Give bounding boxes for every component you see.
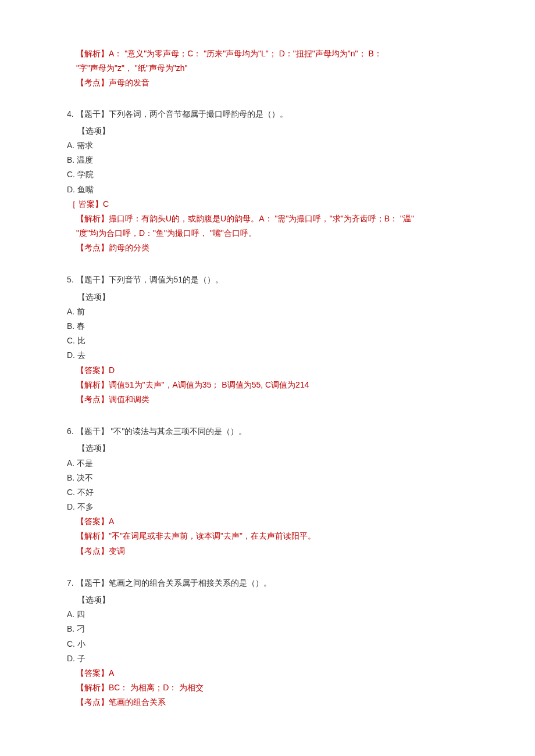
- answer-value: C: [103, 199, 109, 209]
- answer-prefix: 【答案】: [76, 366, 109, 375]
- explain-prefix: 【解析】: [76, 683, 109, 692]
- answer-prefix: 【答案】: [76, 668, 109, 678]
- q7-option-d: D. 子: [67, 651, 468, 666]
- q5-option-a: A. 前: [67, 304, 468, 319]
- kaodian-text: 笔画的组合关系: [109, 697, 166, 707]
- q5-num: 5.: [67, 275, 74, 284]
- answer-value: D: [109, 366, 115, 375]
- q4-answer: ［ 皆案】C: [67, 197, 468, 212]
- q5-option-b: B. 春: [67, 319, 468, 334]
- kaodian-text: 调值和调类: [109, 395, 149, 404]
- kaodian-prefix: 【考点】: [76, 78, 109, 87]
- q6-option-b: B. 决不: [67, 471, 468, 485]
- explain-prefix: 【解析】A：: [76, 49, 124, 58]
- explain-prefix: 【解析】: [76, 531, 109, 540]
- q7-option-b: B. 刁: [67, 622, 468, 636]
- kaodian-text: 变调: [109, 546, 125, 556]
- q7-option-a: A. 四: [67, 607, 468, 622]
- kaodian-prefix: 【考点】: [76, 395, 109, 404]
- q6-answer: 【答案】A: [67, 514, 468, 529]
- q7-explain: 【解析】BC： 为相离；D： 为相交: [67, 680, 468, 695]
- kaodian-prefix: 【考点】: [76, 546, 109, 556]
- q5-kaodian: 【考点】调值和调类: [67, 392, 468, 407]
- q4-explain-line1: 【解析】撮口呼：有韵头U的，或韵腹是U的韵母。A： "需"为撮口呼，''求"为齐…: [67, 212, 468, 226]
- q3-kaodian: 【考点】声母的发音: [67, 76, 468, 90]
- q7-stem-text: 【题干】笔画之间的组合关系属于相接关系的是（）。: [74, 578, 272, 587]
- q6-kaodian: 【考点】变调: [67, 544, 468, 558]
- explain-text: 调值51为"去声"，A调值为35； B调值为55, C调值为214: [109, 380, 309, 389]
- q7-options-label: 【选项】: [67, 593, 468, 607]
- question-4: 4. 【题干】下列各词，两个音节都属于撮口呼韵母的是（）。 【选项】 A. 需求…: [67, 107, 468, 256]
- q4-option-b: B. 温度: [67, 153, 468, 167]
- q4-num: 4.: [67, 109, 74, 119]
- answer-prefix: ［ 皆案】: [68, 199, 103, 209]
- q4-option-c: C. 学院: [67, 167, 468, 182]
- q4-stem: 4. 【题干】下列各词，两个音节都属于撮口呼韵母的是（）。: [67, 107, 468, 121]
- question-7: 7. 【题干】笔画之间的组合关系属于相接关系的是（）。 【选项】 A. 四 B.…: [67, 576, 468, 710]
- q7-kaodian: 【考点】笔画的组合关系: [67, 695, 468, 710]
- q4-stem-text: 【题干】下列各词，两个音节都属于撮口呼韵母的是（）。: [74, 109, 288, 119]
- answer-prefix: 【答案】: [76, 517, 109, 526]
- explain-text: BC： 为相离；D： 为相交: [109, 683, 204, 692]
- q3-explain-line2: "字"声母为"z"， "纸"声母为"zh": [67, 61, 468, 76]
- question-5: 5. 【题干】下列音节，调值为51的是（）。 【选项】 A. 前 B. 春 C.…: [67, 273, 468, 407]
- question-6: 6. 【题干】 "不"的读法与其余三项不同的是（）。 【选项】 A. 不是 B.…: [67, 424, 468, 558]
- q4-options-label: 【选项】: [67, 124, 468, 138]
- q6-option-a: A. 不是: [67, 456, 468, 471]
- q4-option-d: D. 鱼嘴: [67, 182, 468, 197]
- q7-option-c: C. 小: [67, 637, 468, 651]
- explain-prefix: 【解析】: [76, 380, 109, 389]
- q7-answer: 【答案】A: [67, 666, 468, 680]
- q5-options-label: 【选项】: [67, 290, 468, 304]
- kaodian-prefix: 【考点】: [76, 697, 109, 707]
- q4-option-a: A. 需求: [67, 138, 468, 153]
- document-page: 【解析】A： "意义"为零声母；C： "历来"声母均为"L"； D："扭捏"声母…: [0, 0, 535, 756]
- q6-option-d: D. 不多: [67, 500, 468, 514]
- q5-option-c: C. 比: [67, 334, 468, 348]
- q6-num: 6.: [67, 427, 74, 436]
- q6-option-c: C. 不好: [67, 485, 468, 500]
- q5-answer: 【答案】D: [67, 363, 468, 378]
- q5-stem-text: 【题干】下列音节，调值为51的是（）。: [74, 275, 223, 284]
- q7-stem: 7. 【题干】笔画之间的组合关系属于相接关系的是（）。: [67, 576, 468, 590]
- explain-rest: "意义"为零声母；C： "历来"声母均为"L"； D："扭捏"声母均为"n"； …: [124, 49, 382, 58]
- answer-value: A: [109, 668, 114, 678]
- q4-explain-line2: "度"均为合口呼，D："鱼"为撮口呼， "嘴"合口呼。: [67, 226, 468, 241]
- q6-stem: 6. 【题干】 "不"的读法与其余三项不同的是（）。: [67, 424, 468, 439]
- q5-stem: 5. 【题干】下列音节，调值为51的是（）。: [67, 273, 468, 287]
- kaodian-prefix: 【考点】: [76, 243, 109, 252]
- explain-prefix: 【解析】: [76, 214, 109, 223]
- q6-stem-text: 【题干】 "不"的读法与其余三项不同的是（）。: [74, 427, 247, 436]
- q5-option-d: D. 去: [67, 348, 468, 363]
- kaodian-text: 韵母的分类: [109, 243, 149, 252]
- q3-explain-line1: 【解析】A： "意义"为零声母；C： "历来"声母均为"L"； D："扭捏"声母…: [67, 46, 468, 61]
- q6-options-label: 【选项】: [67, 441, 468, 456]
- q4-kaodian: 【考点】韵母的分类: [67, 241, 468, 255]
- answer-value: A: [109, 517, 114, 526]
- q7-num: 7.: [67, 578, 74, 587]
- kaodian-text: 声母的发音: [109, 78, 149, 87]
- q3-analysis-block: 【解析】A： "意义"为零声母；C： "历来"声母均为"L"； D："扭捏"声母…: [67, 46, 468, 91]
- q6-explain: 【解析】"不"在词尾或非去声前，读本调"去声"，在去声前读阳平。: [67, 529, 468, 543]
- explain-text: "不"在词尾或非去声前，读本调"去声"，在去声前读阳平。: [109, 531, 316, 540]
- explain-text: 撮口呼：有韵头U的，或韵腹是U的韵母。A： "需"为撮口呼，''求"为齐齿呼；B…: [109, 214, 414, 223]
- q5-explain: 【解析】调值51为"去声"，A调值为35； B调值为55, C调值为214: [67, 378, 468, 392]
